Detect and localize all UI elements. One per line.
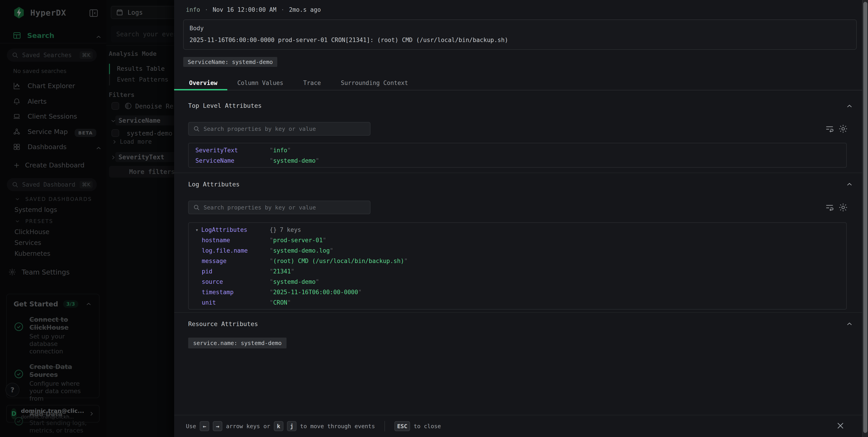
attr-key: source <box>195 278 270 285</box>
sidebar-item-label: Service Map <box>28 128 68 136</box>
attr-row[interactable]: unit CRON <box>189 297 846 308</box>
denoise-checkbox[interactable] <box>112 102 119 110</box>
help-button[interactable]: ? <box>5 383 20 397</box>
sidebar-item-team-settings[interactable]: Team Settings <box>8 268 70 276</box>
section-header-label: SAVED DASHBOARDS <box>25 196 92 202</box>
sidebar-item-search[interactable]: Search <box>13 31 54 40</box>
wrap-lines-icon[interactable] <box>825 202 835 212</box>
attr-row[interactable]: SeverityText info <box>189 145 846 156</box>
attr-row[interactable]: message (root) CMD (/usr/local/bin/backu… <box>189 256 846 266</box>
no-saved-searches-text: No saved searches <box>13 68 66 74</box>
sidebar-item-chart-explorer[interactable]: Chart Explorer <box>13 82 75 90</box>
chevron-up-icon[interactable] <box>845 320 854 328</box>
tab-overview[interactable]: Overview <box>174 76 227 90</box>
gear-icon[interactable] <box>838 124 848 134</box>
user-menu[interactable]: D dominic.tran@clic... dominic.tran@clic… <box>6 405 99 423</box>
attr-row[interactable]: hostname prod-server-01 <box>189 235 846 245</box>
saved-searches-field[interactable] <box>22 52 76 59</box>
saved-dashboards-input[interactable]: ⌘K <box>7 178 97 191</box>
drawer-scrollbar[interactable] <box>862 0 868 437</box>
top-attrs-search-field[interactable] <box>204 126 366 132</box>
saved-dashboards-section-header[interactable]: SAVED DASHBOARDS <box>14 196 92 202</box>
chevron-up-icon[interactable] <box>845 102 854 110</box>
chevron-up-icon[interactable] <box>95 33 102 41</box>
sidebar-item-kubernetes[interactable]: Kubernetes <box>14 250 51 257</box>
search-icon <box>12 181 19 188</box>
chevron-down-icon <box>14 196 20 202</box>
presets-section-header[interactable]: PRESETS <box>14 218 53 224</box>
footer-divider <box>384 421 385 431</box>
chart-icon <box>13 82 21 90</box>
get-started-item-connect[interactable]: Connect to ClickHouse Set up your databa… <box>13 316 92 355</box>
j-key: j <box>287 421 297 431</box>
caret-down-icon[interactable]: ▾ <box>195 227 201 233</box>
get-started-progress-badge: 3/3 <box>63 300 78 308</box>
wrap-lines-icon[interactable] <box>825 124 835 134</box>
sidebar-item-systemd-logs[interactable]: Systemd logs <box>14 206 57 213</box>
sidebar-item-service-map[interactable]: Service Map <box>13 128 68 136</box>
tab-column-values[interactable]: Column Values <box>227 76 293 90</box>
attr-row[interactable]: log.file.name systemd-demo.log <box>189 245 846 256</box>
attr-row[interactable]: timestamp 2025-11-16T06:00:00-0000 <box>189 287 846 297</box>
attr-row[interactable]: source systemd-demo <box>189 276 846 287</box>
tab-surrounding-context[interactable]: Surrounding Context <box>331 76 418 90</box>
top-attrs-search[interactable] <box>188 122 370 136</box>
log-attrs-search[interactable] <box>188 201 370 214</box>
scrollbar-thumb[interactable] <box>863 2 867 433</box>
attr-key: log.file.name <box>195 247 270 254</box>
beta-badge: BETA <box>74 129 96 137</box>
section-header-label: PRESETS <box>25 218 53 224</box>
load-more-link[interactable]: Load more <box>120 138 152 145</box>
filters-title: Filters <box>109 91 134 98</box>
separator-dot: · <box>281 6 284 13</box>
brand[interactable]: HyperDX <box>13 6 66 19</box>
close-icon[interactable] <box>834 419 847 433</box>
denoise-icon <box>124 102 132 110</box>
service-name-tag[interactable]: ServiceName: systemd-demo <box>183 57 277 67</box>
chevron-right-icon[interactable] <box>111 139 118 145</box>
sidebar-item-clickhouse[interactable]: ClickHouse <box>14 228 49 236</box>
event-body-box: Body 2025-11-16T06:00:00-0000 prod-serve… <box>183 20 857 50</box>
check-circle-icon <box>13 369 24 379</box>
attr-value: 21341 <box>270 268 294 275</box>
footer-text: to move through events <box>300 423 375 430</box>
mode-event-patterns[interactable]: Event Patterns <box>117 76 168 83</box>
attr-row[interactable]: pid 21341 <box>189 266 846 276</box>
sidebar-item-dashboards[interactable]: Dashboards <box>13 143 66 151</box>
chevron-up-icon[interactable] <box>845 180 854 189</box>
event-timestamp: Nov 16 12:00:00 AM <box>213 6 276 13</box>
sidebar-collapse-icon[interactable] <box>89 8 99 18</box>
filter-value-systemd-demo[interactable]: systemd-demo <box>127 130 172 137</box>
gear-icon[interactable] <box>838 202 848 212</box>
get-started-item-desc: Set up your database connection <box>29 333 92 355</box>
attr-value: (root) CMD (/usr/local/bin/backup.sh) <box>270 258 408 264</box>
saved-searches-input[interactable]: ⌘K <box>7 48 97 62</box>
right-arrow-key: → <box>213 421 222 431</box>
filter-group-label: ServiceName <box>119 117 160 124</box>
tab-trace[interactable]: Trace <box>293 76 331 90</box>
laptop-icon <box>13 112 21 121</box>
sidebar-item-alerts[interactable]: Alerts <box>13 97 46 105</box>
sidebar-item-client-sessions[interactable]: Client Sessions <box>13 112 77 121</box>
log-attrs-search-field[interactable] <box>204 204 366 211</box>
body-label: Body <box>189 25 204 32</box>
create-dashboard-button[interactable]: + Create Dashboard <box>13 161 85 169</box>
attr-value: systemd-demo <box>270 157 319 164</box>
log-attrs-table: ▾ LogAttributes {}7 keys hostname prod-s… <box>188 222 847 309</box>
attr-row[interactable]: ServiceName systemd-demo <box>189 156 846 166</box>
saved-dashboards-field[interactable] <box>22 181 76 188</box>
active-mode-indicator <box>109 64 110 74</box>
systemd-demo-checkbox[interactable] <box>112 129 119 137</box>
chevron-up-icon[interactable] <box>95 145 102 152</box>
chevron-up-icon[interactable] <box>85 301 92 308</box>
braces-icon: {} <box>270 226 277 233</box>
brand-name: HyperDX <box>30 8 66 18</box>
sidebar-item-services[interactable]: Services <box>14 239 41 246</box>
body-log-line: 2025-11-16T06:00:00-0000 prod-server-01 … <box>189 37 508 43</box>
attr-root-row[interactable]: ▾ LogAttributes {}7 keys <box>189 225 846 235</box>
resource-attr-tag[interactable]: service.name: systemd-demo <box>188 338 286 348</box>
sidebar-item-label: Chart Explorer <box>28 82 75 90</box>
mode-results-table[interactable]: Results Table <box>117 65 165 72</box>
mode-rail <box>109 64 110 86</box>
get-started-item-sources[interactable]: Create Data Sources Configure where your… <box>13 363 92 402</box>
